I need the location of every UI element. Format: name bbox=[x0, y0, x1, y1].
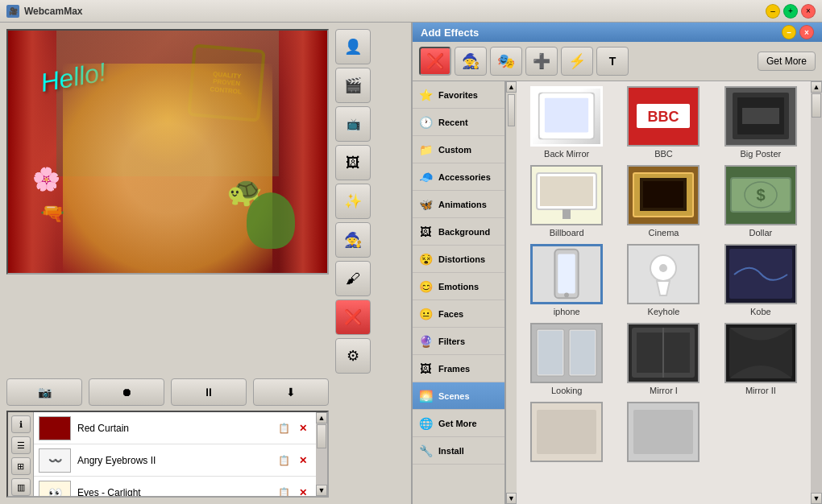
category-distortions[interactable]: 😵 Distortions bbox=[413, 246, 504, 273]
delete-button[interactable]: ✕ bbox=[295, 420, 311, 436]
delete-button[interactable]: ✕ bbox=[295, 485, 311, 498]
side-btn-gear[interactable]: ⚙ bbox=[335, 338, 371, 374]
effect-iphone[interactable]: iphone bbox=[521, 244, 612, 316]
minimize-button[interactable]: – bbox=[766, 4, 780, 19]
video-person-face bbox=[63, 64, 272, 273]
effect-bottom1[interactable] bbox=[521, 402, 612, 465]
effects-body: ⭐ Favorites 🕐 Recent 📁 Custom 🧢 Accessor… bbox=[413, 81, 822, 504]
side-btn-remove[interactable]: ❌ bbox=[335, 300, 371, 335]
record-button[interactable]: ⏺ bbox=[89, 378, 164, 406]
category-scenes[interactable]: 🌅 Scenes bbox=[413, 382, 504, 410]
right-minimize-button[interactable]: – bbox=[782, 25, 796, 39]
maximize-button[interactable]: + bbox=[783, 4, 798, 19]
list-view-button[interactable]: ☰ bbox=[11, 436, 31, 454]
category-favorites[interactable]: ⭐ Favorites bbox=[413, 81, 504, 109]
flower-decoration: 🌸 bbox=[32, 166, 60, 192]
svg-rect-46 bbox=[633, 410, 693, 454]
copy-button[interactable]: 📋 bbox=[276, 452, 292, 469]
effect-looking[interactable]: Looking bbox=[521, 323, 612, 395]
svg-rect-9 bbox=[742, 108, 779, 124]
get-more-button[interactable]: Get More bbox=[758, 52, 816, 71]
effects-tool-button[interactable]: 🎭 bbox=[490, 47, 522, 76]
copy-button[interactable]: 📋 bbox=[276, 420, 292, 436]
scroll-up-arrow[interactable]: ▲ bbox=[316, 412, 327, 423]
recent-icon: 🕐 bbox=[417, 114, 434, 130]
right-close-button[interactable]: × bbox=[799, 25, 814, 39]
pause-button[interactable]: ⏸ bbox=[171, 378, 247, 406]
camera-button[interactable]: 📷 bbox=[6, 378, 82, 406]
svg-rect-17 bbox=[643, 181, 683, 208]
cat-scroll-thumb[interactable] bbox=[508, 94, 515, 126]
effect-cinema[interactable]: Cinema bbox=[618, 165, 708, 238]
side-btn-paint[interactable]: 🖌 bbox=[335, 261, 371, 296]
list-item[interactable]: Red Curtain 📋 ✕ bbox=[34, 412, 316, 444]
effect-back-mirror[interactable]: Back Mirror bbox=[521, 86, 612, 159]
list-grid-button[interactable]: ⊞ bbox=[11, 457, 31, 475]
close-button[interactable]: × bbox=[801, 4, 816, 19]
side-btn-film[interactable]: 🎬 bbox=[335, 68, 371, 103]
svg-rect-13 bbox=[563, 209, 571, 219]
download-button[interactable]: ⬇ bbox=[253, 378, 329, 406]
svg-text:BBC: BBC bbox=[648, 109, 679, 125]
effect-bottom2[interactable] bbox=[618, 402, 708, 465]
remove-tool-button[interactable]: ❌ bbox=[419, 47, 451, 76]
list-scrollbar[interactable]: ▲ ▼ bbox=[316, 412, 327, 496]
delete-button[interactable]: ✕ bbox=[295, 452, 311, 469]
list-layout-button[interactable]: ▥ bbox=[11, 478, 31, 496]
svg-marker-28 bbox=[657, 281, 670, 295]
effect-keyhole[interactable]: Keyhole bbox=[618, 244, 708, 316]
effect-name: Angry Eyebrows II bbox=[77, 455, 269, 466]
scroll-thumb[interactable] bbox=[317, 424, 326, 448]
effect-dollar[interactable]: $ Dollar bbox=[716, 165, 806, 238]
category-scrollbar[interactable]: ▲ ▼ bbox=[505, 81, 517, 504]
svg-rect-1 bbox=[545, 98, 589, 133]
magic-tool-button[interactable]: 🧙 bbox=[455, 47, 487, 76]
category-background[interactable]: 🖼 Background bbox=[413, 218, 504, 246]
grid-scroll-thumb[interactable] bbox=[812, 93, 821, 118]
side-btn-magic[interactable]: 🧙 bbox=[335, 222, 371, 258]
svg-rect-44 bbox=[537, 410, 596, 454]
list-item[interactable]: 👀 Eyes - Carlight 📋 ✕ bbox=[34, 477, 316, 498]
category-frames[interactable]: 🖼 Frames bbox=[413, 355, 504, 382]
grid-scroll-up[interactable]: ▲ bbox=[811, 81, 822, 93]
back-mirror-thumb bbox=[530, 86, 603, 147]
category-animations[interactable]: 🦋 Animations bbox=[413, 191, 504, 218]
effect-mirror2[interactable]: Mirror II bbox=[716, 323, 806, 395]
list-info-button[interactable]: ℹ bbox=[11, 415, 31, 433]
effects-grid-scrollbar[interactable]: ▲ ▼ bbox=[811, 81, 822, 504]
effect-big-poster[interactable]: Big Poster bbox=[716, 86, 806, 159]
grid-scroll-down[interactable]: ▼ bbox=[811, 493, 822, 504]
item-actions: 📋 ✕ bbox=[276, 420, 311, 436]
category-recent[interactable]: 🕐 Recent bbox=[413, 109, 504, 136]
category-get-more[interactable]: 🌐 Get More bbox=[413, 410, 504, 437]
effect-billboard[interactable]: Billboard bbox=[521, 165, 612, 238]
cat-scroll-down[interactable]: ▼ bbox=[506, 493, 517, 504]
effects-toolbar: ❌ 🧙 🎭 ➕ ⚡ T Get More bbox=[413, 42, 822, 81]
category-filters[interactable]: 🔮 Filters bbox=[413, 328, 504, 355]
category-emotions[interactable]: 😊 Emotions bbox=[413, 273, 504, 300]
category-install[interactable]: 🔧 Install bbox=[413, 437, 504, 465]
effect-kobe[interactable]: Kobe bbox=[716, 244, 806, 316]
side-btn-screen[interactable]: 📺 bbox=[335, 106, 371, 142]
side-btn-person[interactable]: 👤 bbox=[335, 29, 371, 64]
svg-point-25 bbox=[564, 292, 569, 297]
flash-tool-button[interactable]: ⚡ bbox=[561, 47, 593, 76]
categories-sidebar: ⭐ Favorites 🕐 Recent 📁 Custom 🧢 Accessor… bbox=[413, 81, 505, 504]
effects-grid-container: Back Mirror BBC BBC bbox=[517, 81, 811, 504]
scroll-down-arrow[interactable]: ▼ bbox=[316, 485, 327, 496]
category-accessories[interactable]: 🧢 Accessories bbox=[413, 163, 504, 191]
effect-bbc[interactable]: BBC BBC bbox=[618, 86, 708, 159]
list-item[interactable]: 〰️ Angry Eyebrows II 📋 ✕ bbox=[34, 444, 316, 477]
copy-button[interactable]: 📋 bbox=[276, 485, 292, 498]
side-btn-photo[interactable]: 🖼 bbox=[335, 145, 371, 180]
app-title: WebcamMax bbox=[24, 6, 82, 17]
category-custom[interactable]: 📁 Custom bbox=[413, 136, 504, 163]
side-btn-effects2[interactable]: ✨ bbox=[335, 184, 371, 219]
text-tool-button[interactable]: T bbox=[596, 47, 629, 76]
bottom2-thumb bbox=[627, 402, 700, 462]
category-faces[interactable]: 😐 Faces bbox=[413, 300, 504, 328]
cat-scroll-up[interactable]: ▲ bbox=[506, 81, 517, 93]
effect-mirror1[interactable]: Mirror I bbox=[618, 323, 708, 395]
add-tool-button[interactable]: ➕ bbox=[525, 47, 558, 76]
accessories-label: Accessories bbox=[438, 172, 491, 182]
